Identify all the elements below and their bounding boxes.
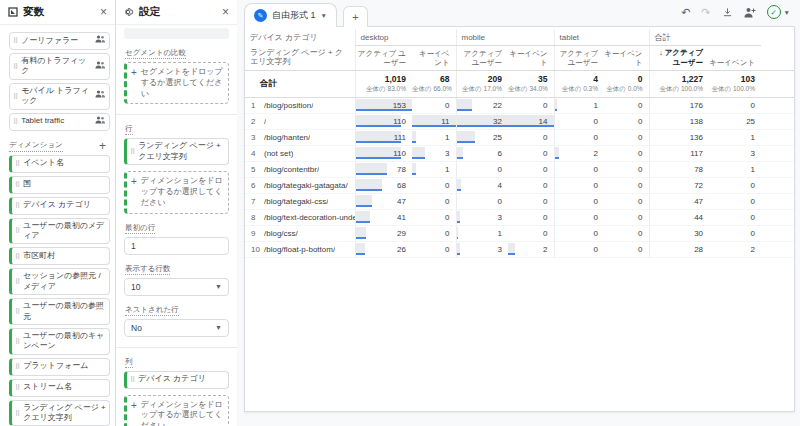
data-cell[interactable]: 0 xyxy=(508,129,554,145)
data-cell[interactable]: 1 xyxy=(412,161,456,177)
data-cell[interactable]: 110 xyxy=(355,113,412,129)
data-cell[interactable]: 32 xyxy=(456,113,508,129)
data-cell[interactable]: 136 xyxy=(649,129,709,145)
data-cell[interactable]: 29 xyxy=(355,225,412,241)
data-cell[interactable]: 0 xyxy=(508,145,554,161)
dimension-chip[interactable]: ⠿デバイス カテゴリ xyxy=(9,197,110,215)
data-cell[interactable]: 25 xyxy=(709,113,761,129)
dimension-chip[interactable]: ⠿ユーザーの最初の参照元 xyxy=(9,298,110,325)
metric-header[interactable]: キーイベント xyxy=(709,46,761,71)
table-row[interactable]: 9/blog/css/2901000300 xyxy=(245,225,795,241)
data-cell[interactable]: 22 xyxy=(456,97,508,113)
data-cell[interactable]: 0 xyxy=(456,161,508,177)
data-cell[interactable]: 0 xyxy=(709,193,761,209)
data-cell[interactable]: 1 xyxy=(709,161,761,177)
total-cell[interactable]: 0全体の 0.0% xyxy=(604,70,649,97)
segment-chip[interactable]: ⠿Tablet traffic xyxy=(9,113,110,131)
table-row[interactable]: 10/blog/float-p-bottom/2603200282 xyxy=(245,241,795,257)
total-cell[interactable]: 1,019全体の 83.0% xyxy=(355,70,412,97)
dimension-chip[interactable]: ⠿セッションの参照元 / メディア xyxy=(9,268,110,295)
data-cell[interactable]: 0 xyxy=(508,225,554,241)
total-cell[interactable]: 103全体の 100.0% xyxy=(709,70,761,97)
data-cell[interactable]: 0 xyxy=(412,193,456,209)
data-cell[interactable]: 1 xyxy=(554,97,604,113)
data-cell[interactable]: 0 xyxy=(604,209,649,225)
data-cell[interactable]: 6 xyxy=(456,145,508,161)
dimension-chip[interactable]: ⠿プラットフォーム xyxy=(9,358,110,376)
first-row-input[interactable]: 1 xyxy=(124,237,229,255)
data-cell[interactable]: 0 xyxy=(604,97,649,113)
dimension-chip[interactable]: ⠿ランディング ページ + クエリ文字列 xyxy=(9,400,110,426)
total-cell[interactable]: 1,227全体の 100.0% xyxy=(649,70,709,97)
table-row[interactable]: 7/blog/tategaki-css/4700000470 xyxy=(245,193,795,209)
data-cell[interactable]: 0 xyxy=(508,193,554,209)
total-cell[interactable]: 4全体の 0.3% xyxy=(554,70,604,97)
data-cell[interactable]: 0 xyxy=(554,225,604,241)
dimension-chip[interactable]: ⠿ユーザーの最初のメディア xyxy=(9,218,110,245)
row-dimension-chip[interactable]: ⠿ ランディング ページ + クエリ文字列 xyxy=(124,138,229,165)
data-cell[interactable]: 0 xyxy=(604,241,649,257)
share-user-icon[interactable] xyxy=(744,7,756,18)
table-row[interactable]: 3/blog/hanten/1111250001361 xyxy=(245,129,795,145)
column-group-header[interactable]: desktop xyxy=(355,29,456,46)
data-cell[interactable]: 117 xyxy=(649,145,709,161)
table-row[interactable]: 4(not set)110360201173 xyxy=(245,145,795,161)
data-cell[interactable]: 0 xyxy=(412,225,456,241)
metric-header[interactable]: キーイベント xyxy=(508,46,554,71)
total-cell[interactable]: 209全体の 17.0% xyxy=(456,70,508,97)
metric-header[interactable]: ↓ アクティブ ユーザー xyxy=(649,46,709,71)
data-cell[interactable]: 0 xyxy=(604,161,649,177)
data-cell[interactable]: 0 xyxy=(508,209,554,225)
data-cell[interactable]: 138 xyxy=(649,113,709,129)
dimension-chip[interactable]: ⠿ストリーム名 xyxy=(9,379,110,397)
data-cell[interactable]: 0 xyxy=(412,97,456,113)
segment-chip[interactable]: ⠿ノーリファラー xyxy=(9,32,110,50)
metric-header[interactable]: アクティブ ユーザー xyxy=(554,46,604,71)
nested-rows-select[interactable]: No ▼ xyxy=(124,319,229,337)
data-cell[interactable]: 14 xyxy=(508,113,554,129)
data-cell[interactable]: 0 xyxy=(709,209,761,225)
redo-icon[interactable]: ↷ xyxy=(701,7,710,18)
data-cell[interactable]: 3 xyxy=(456,241,508,257)
data-cell[interactable]: 0 xyxy=(412,177,456,193)
data-cell[interactable]: 0 xyxy=(554,113,604,129)
dimension-chip[interactable]: ⠿イベント名 xyxy=(9,155,110,173)
data-cell[interactable]: 78 xyxy=(649,161,709,177)
close-variables-icon[interactable]: × xyxy=(100,6,107,18)
data-cell[interactable]: 0 xyxy=(508,97,554,113)
segment-drop-area[interactable]: + セグメントをドロップするか選択してください xyxy=(124,62,229,104)
data-cell[interactable]: 153 xyxy=(355,97,412,113)
column-dimension-chip[interactable]: ⠿ デバイス カテゴリ xyxy=(124,371,229,389)
data-cell[interactable]: 0 xyxy=(554,209,604,225)
data-cell[interactable]: 0 xyxy=(709,97,761,113)
data-cell[interactable]: 0 xyxy=(554,177,604,193)
data-cell[interactable]: 2 xyxy=(709,241,761,257)
data-cell[interactable]: 68 xyxy=(355,177,412,193)
close-settings-icon[interactable]: × xyxy=(222,6,229,18)
metric-header[interactable]: アクティブ ユーザー xyxy=(355,46,412,71)
data-cell[interactable]: 2 xyxy=(554,145,604,161)
data-cell[interactable]: 1 xyxy=(412,129,456,145)
data-cell[interactable]: 0 xyxy=(709,177,761,193)
metric-header[interactable]: キーイベント xyxy=(604,46,649,71)
data-cell[interactable]: 1 xyxy=(709,129,761,145)
table-row[interactable]: 6/blog/tategaki-gatagata/6804000720 xyxy=(245,177,795,193)
segment-chip[interactable]: ⠿モバイル トラフィック xyxy=(9,83,110,110)
saved-status-badge[interactable]: ✓ ▼ xyxy=(767,5,790,19)
column-group-header[interactable]: tablet xyxy=(554,29,649,46)
data-cell[interactable]: 1 xyxy=(456,225,508,241)
data-cell[interactable]: 3 xyxy=(412,145,456,161)
data-cell[interactable]: 11 xyxy=(412,113,456,129)
data-cell[interactable]: 72 xyxy=(649,177,709,193)
data-cell[interactable]: 47 xyxy=(355,193,412,209)
data-cell[interactable]: 28 xyxy=(649,241,709,257)
data-cell[interactable]: 26 xyxy=(355,241,412,257)
data-cell[interactable]: 2 xyxy=(508,241,554,257)
data-cell[interactable]: 0 xyxy=(508,177,554,193)
data-cell[interactable]: 0 xyxy=(604,113,649,129)
data-cell[interactable]: 0 xyxy=(412,241,456,257)
table-row[interactable]: 8/blog/text-decoration-underline/4103000… xyxy=(245,209,795,225)
data-cell[interactable]: 30 xyxy=(649,225,709,241)
data-cell[interactable]: 44 xyxy=(649,209,709,225)
row-dimension-drop-area[interactable]: + ディメンションをドロップするか選択してください xyxy=(124,171,229,213)
